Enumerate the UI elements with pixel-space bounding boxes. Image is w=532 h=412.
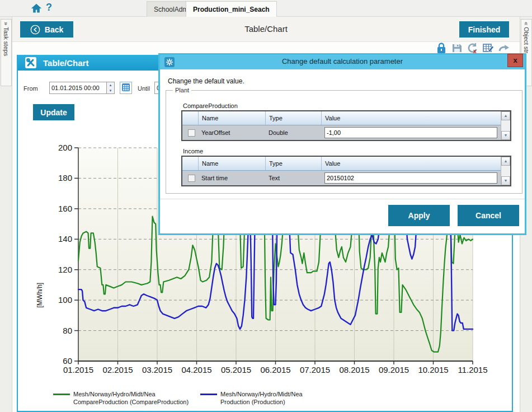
task-steps-panel-strip: » Task steps xyxy=(0,17,12,412)
tools-icon xyxy=(25,57,36,68)
tab-production-mini-seach[interactable]: Production_mini_Seach xyxy=(186,1,277,17)
param-type: Text xyxy=(265,171,321,185)
param-name: Start time xyxy=(198,171,265,185)
production-legend-label: Mesh/Norway/Hydro/Midt/Nea Production (P… xyxy=(220,390,303,406)
column-header-name: Name xyxy=(198,157,265,170)
param-value-input[interactable] xyxy=(324,127,497,138)
row-checkbox[interactable] xyxy=(188,129,195,137)
param-value-input[interactable] xyxy=(324,172,497,184)
param-name: YearOffset xyxy=(198,125,265,140)
home-icon[interactable] xyxy=(31,3,42,14)
task-steps-collapsed-tab[interactable]: » Task steps xyxy=(1,19,12,86)
spin-down-icon[interactable]: ▼ xyxy=(107,88,114,93)
from-label: From xyxy=(23,85,38,92)
scroll-up-icon[interactable]: ▲ xyxy=(501,157,510,166)
column-header-type: Type xyxy=(265,111,321,125)
close-icon[interactable]: x xyxy=(507,54,523,67)
refresh-cancel-icon[interactable]: x xyxy=(467,43,479,54)
income-table: Name Type Value Start time Text ▲ ▼ xyxy=(181,156,511,186)
footer-divider xyxy=(160,199,525,199)
column-header-value: Value xyxy=(321,111,501,125)
top-tab-bar: ? SchoolAdmin Production_mini_Seach xyxy=(0,0,532,17)
compareproduction-line-swatch xyxy=(53,394,70,395)
dialog-intro-text: Change the default value. xyxy=(168,77,244,85)
lock-icon[interactable] xyxy=(435,43,448,54)
window-title: Table/Chart xyxy=(43,58,88,68)
update-button[interactable]: Update xyxy=(33,104,74,120)
cancel-button[interactable]: Cancel xyxy=(458,205,519,226)
production-line-swatch xyxy=(200,394,217,395)
row-checkbox[interactable] xyxy=(188,175,195,182)
income-section-label: Income xyxy=(183,148,203,154)
param-type: Double xyxy=(265,125,321,140)
object-structure-label: Object str xyxy=(523,27,530,53)
save-icon[interactable] xyxy=(451,43,463,54)
table-row[interactable]: Start time Text xyxy=(182,171,501,185)
compareproduction-table: Name Type Value YearOffset Double ▲ ▼ xyxy=(181,110,511,141)
edit-table-icon[interactable] xyxy=(482,43,495,54)
toolbar: Back Table/Chart Finished xyxy=(12,17,520,42)
apply-button[interactable]: Apply xyxy=(388,205,450,226)
legend-production: Mesh/Norway/Hydro/Midt/Nea Production (P… xyxy=(200,390,303,406)
help-icon[interactable]: ? xyxy=(46,2,52,13)
calendar-icon xyxy=(121,83,130,92)
finished-button[interactable]: Finished xyxy=(459,21,509,38)
column-header-name: Name xyxy=(198,111,265,125)
table-row[interactable]: YearOffset Double xyxy=(182,125,501,140)
legend-compareproduction: Mesh/Norway/Hydro/Midt/Nea CompareProduc… xyxy=(53,390,189,406)
spin-up-icon[interactable]: ▲ xyxy=(107,82,114,88)
table-scrollbar[interactable]: ▲ ▼ xyxy=(501,157,510,185)
until-label: Until xyxy=(138,85,150,92)
table-scrollbar[interactable]: ▲ ▼ xyxy=(501,111,510,140)
plant-groupbox: Plant CompareProduction Name Type Value … xyxy=(166,90,522,194)
scroll-up-icon[interactable]: ▲ xyxy=(501,111,510,120)
scroll-down-icon[interactable]: ▼ xyxy=(501,131,510,140)
compareproduction-section-label: CompareProduction xyxy=(183,102,238,109)
from-date-spinner[interactable]: ▲ ▼ xyxy=(107,82,115,94)
expand-chevron-icon: » xyxy=(3,22,10,25)
redo-icon[interactable] xyxy=(498,43,510,54)
change-parameter-dialog: Change default calculation parameter x C… xyxy=(158,53,526,235)
page-title: Table/Chart xyxy=(12,24,520,34)
dialog-title: Change default calculation parameter xyxy=(160,57,525,65)
from-date-input[interactable] xyxy=(49,82,107,94)
table-header: Name Type Value xyxy=(182,111,501,125)
calendar-button[interactable] xyxy=(120,82,132,94)
column-header-value: Value xyxy=(321,157,501,170)
table-header: Name Type Value xyxy=(182,157,501,171)
expand-chevron-icon: « xyxy=(523,22,530,25)
column-header-type: Type xyxy=(265,157,321,170)
compareproduction-legend-label: Mesh/Norway/Hydro/Midt/Nea CompareProduc… xyxy=(73,390,189,406)
dialog-header: Change default calculation parameter x xyxy=(160,55,525,69)
scroll-down-icon[interactable]: ▼ xyxy=(501,176,510,185)
task-steps-label: Task steps xyxy=(3,27,10,56)
plant-group-label: Plant xyxy=(173,87,191,93)
